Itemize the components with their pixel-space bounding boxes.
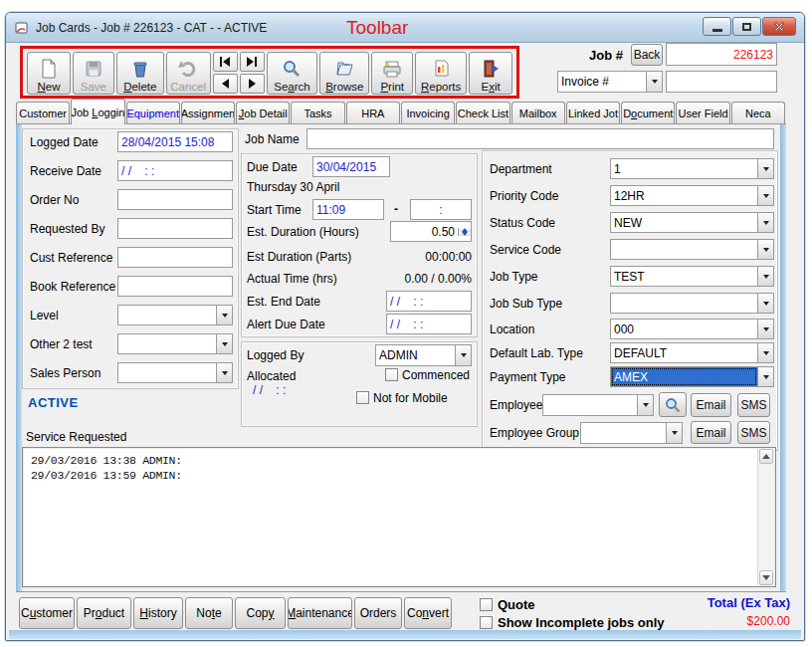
other-2-test-combo[interactable] — [117, 333, 233, 354]
dropdown-arrow-icon[interactable] — [757, 267, 773, 286]
maximize-button[interactable] — [732, 17, 761, 36]
tab-hra[interactable]: HRA — [346, 102, 400, 124]
tab-linked-jobs[interactable]: Linked Jot — [566, 102, 620, 124]
cust-reference-field[interactable] — [117, 247, 233, 268]
reports-button[interactable]: Reports — [415, 52, 467, 95]
tab-job-details[interactable]: Job Detail — [236, 102, 290, 124]
employee-group-sms-button[interactable]: SMS — [737, 421, 770, 444]
note-button[interactable]: Note — [185, 597, 233, 629]
print-button[interactable]: Print — [371, 52, 413, 95]
default-lab-type-combo[interactable]: DEFAULT — [610, 342, 774, 363]
location-combo[interactable]: 000 — [610, 319, 774, 339]
tab-neca[interactable]: Neca — [731, 102, 785, 124]
dropdown-arrow-icon[interactable] — [455, 345, 471, 365]
convert-button[interactable]: Convert — [404, 597, 452, 629]
spinner-buttons[interactable] — [458, 228, 471, 236]
job-type-combo[interactable]: TEST — [610, 266, 774, 287]
last-record-button[interactable] — [240, 52, 265, 72]
maintenance-button[interactable]: Maintenance — [288, 597, 352, 629]
due-date-field[interactable]: 30/04/2015 — [312, 156, 390, 177]
tab-tasks[interactable]: Tasks — [291, 102, 344, 124]
copy-button[interactable]: Copy — [235, 597, 286, 629]
logged-date-field[interactable]: 28/04/2015 15:08 — [117, 131, 233, 152]
not-for-mobile-checkbox[interactable] — [356, 391, 369, 404]
department-combo[interactable]: 1 — [610, 158, 774, 179]
service-code-combo[interactable] — [610, 239, 774, 260]
employee-search-button[interactable] — [659, 392, 687, 417]
dropdown-arrow-icon[interactable] — [216, 334, 232, 353]
orders-button[interactable]: Orders — [354, 597, 402, 629]
sales-person-combo[interactable] — [117, 362, 233, 383]
receive-date-field[interactable]: / / : : — [117, 160, 233, 181]
dropdown-arrow-icon[interactable] — [637, 395, 653, 415]
dropdown-arrow-icon[interactable] — [757, 294, 773, 313]
invoice-number-field[interactable] — [666, 71, 777, 93]
product-button[interactable]: Product — [77, 597, 131, 629]
dropdown-arrow-icon[interactable] — [757, 320, 773, 338]
logged-by-combo[interactable]: ADMIN — [375, 344, 472, 366]
tab-invoicing[interactable]: Invoicing — [401, 102, 455, 124]
dropdown-arrow-icon[interactable] — [646, 72, 662, 92]
order-no-field[interactable] — [117, 189, 233, 210]
alert-due-date-field[interactable]: / / : : — [386, 314, 472, 334]
level-combo[interactable] — [117, 305, 233, 325]
close-button[interactable] — [762, 17, 796, 36]
dropdown-arrow-icon[interactable] — [757, 213, 773, 232]
service-requested-textarea[interactable]: 29/03/2016 13:38 ADMIN: 29/03/2016 13:59… — [22, 447, 776, 587]
tab-assignment[interactable]: Assignmen — [181, 102, 235, 124]
commenced-checkbox[interactable] — [385, 368, 398, 381]
tab-customer[interactable]: Customer — [16, 102, 70, 124]
employee-sms-button[interactable]: SMS — [737, 393, 770, 417]
dropdown-arrow-icon[interactable] — [216, 363, 232, 382]
scroll-down-button[interactable] — [759, 570, 773, 585]
dropdown-arrow-icon[interactable] — [757, 240, 773, 259]
employee-group-combo[interactable] — [580, 422, 683, 444]
job-sub-type-combo[interactable] — [610, 293, 774, 314]
search-button[interactable]: Search — [267, 52, 318, 95]
show-incomplete-checkbox[interactable] — [480, 616, 493, 629]
tab-check-list[interactable]: Check List — [456, 102, 509, 124]
start-time-field[interactable]: 11:09 — [312, 199, 384, 220]
est-end-date-field[interactable]: / / : : — [386, 291, 472, 312]
scroll-up-button[interactable] — [759, 449, 773, 464]
back-button[interactable]: Back — [631, 44, 663, 66]
next-record-button[interactable] — [240, 74, 265, 94]
quote-checkbox[interactable] — [480, 598, 493, 611]
history-button[interactable]: History — [133, 597, 183, 629]
job-name-field[interactable] — [306, 128, 774, 149]
tab-equipment[interactable]: Equipment — [126, 102, 180, 124]
tab-mailbox[interactable]: Mailbox — [511, 102, 565, 124]
customer-button[interactable]: Customer — [19, 597, 75, 629]
status-code-combo[interactable]: NEW — [610, 212, 774, 233]
tab-user-field[interactable]: User Field — [676, 102, 729, 124]
minimize-button[interactable] — [703, 17, 731, 36]
previous-record-button[interactable] — [213, 74, 238, 94]
job-number-field[interactable]: 226123 — [666, 43, 777, 66]
dropdown-arrow-icon[interactable] — [757, 343, 773, 362]
priority-code-combo[interactable]: 12HR — [610, 185, 774, 206]
tab-documents[interactable]: Document — [621, 102, 675, 124]
dropdown-arrow-icon[interactable] — [666, 423, 682, 443]
employee-combo[interactable] — [542, 394, 654, 416]
exit-button[interactable]: Exit — [469, 52, 512, 95]
dropdown-arrow-icon[interactable] — [757, 367, 773, 386]
dropdown-arrow-icon[interactable] — [757, 159, 773, 178]
book-reference-field[interactable] — [117, 276, 233, 297]
title-bar[interactable]: Job Cards - Job # 226123 - CAT - - ACTIV… — [6, 13, 804, 43]
new-button[interactable]: New — [27, 52, 71, 95]
employee-group-email-button[interactable]: Email — [691, 421, 731, 444]
dropdown-arrow-icon[interactable] — [757, 186, 773, 205]
requested-by-field[interactable] — [117, 218, 233, 239]
vertical-scrollbar[interactable] — [757, 449, 774, 585]
first-record-button[interactable] — [213, 52, 238, 72]
est-duration-hours-spinner[interactable]: 0.50 — [390, 221, 472, 242]
payment-type-combo[interactable]: AMEX — [610, 366, 774, 387]
delete-button[interactable]: Delete — [116, 52, 164, 95]
employee-email-button[interactable]: Email — [691, 393, 731, 417]
invoice-selector-combo[interactable]: Invoice # — [557, 71, 663, 93]
browse-button[interactable]: Browse — [319, 52, 369, 95]
end-time-field[interactable]: : — [410, 199, 472, 220]
save-button[interactable]: Save — [73, 52, 114, 95]
dropdown-arrow-icon[interactable] — [216, 306, 232, 324]
tab-job-logging[interactable]: Job Loggin — [71, 99, 124, 124]
